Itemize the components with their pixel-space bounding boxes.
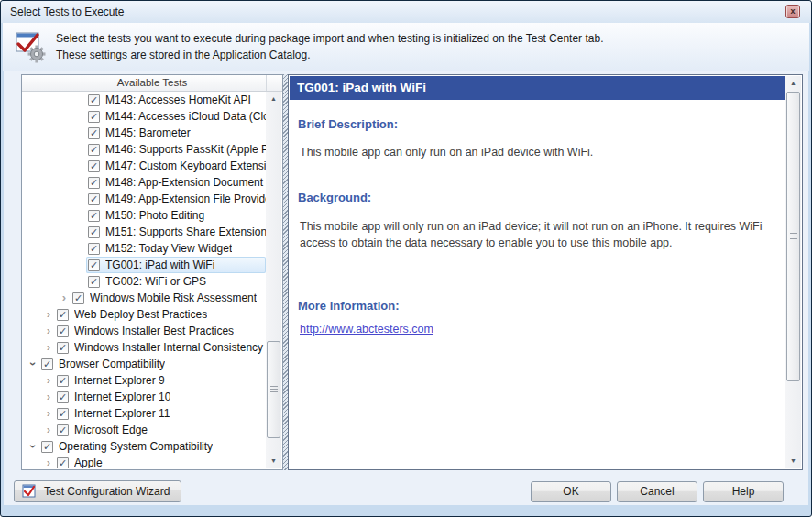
tree-item[interactable]: ✓M143: Accesses HomeKit API <box>23 92 266 108</box>
chevron-right-icon[interactable]: › <box>42 456 55 468</box>
detail-scrollbar-thumb[interactable] <box>786 92 800 381</box>
checkbox-checked-icon[interactable]: ✓ <box>88 177 100 189</box>
checkbox-checked-icon[interactable]: ✓ <box>88 226 100 238</box>
tree-item-content[interactable]: ✓M148: App-Extension Document ... <box>86 174 266 191</box>
tree-item-content[interactable]: ✓TG002: WiFi or GPS <box>86 273 266 290</box>
tree-scrollbar-thumb[interactable] <box>267 341 280 438</box>
tree-item[interactable]: ✓M147: Custom Keyboard Extension <box>23 158 266 174</box>
header-instruction-line2: These settings are stored in the Applica… <box>56 47 603 63</box>
chevron-right-icon[interactable]: › <box>42 341 55 354</box>
tree-item-content[interactable]: ✓Browser Compatibility <box>39 356 266 372</box>
tree-item[interactable]: ✓M145: Barometer <box>23 125 266 141</box>
tree-item[interactable]: ✓M149: App-Extension File Provider <box>23 191 266 207</box>
tree-item-content[interactable]: ✓Apple <box>55 455 266 468</box>
tree-item[interactable]: ›✓Windows Installer Internal Consistency… <box>23 339 266 356</box>
chevron-right-icon[interactable]: › <box>42 390 55 403</box>
title-bar[interactable]: Select Tests to Execute x <box>1 1 811 23</box>
chevron-down-icon[interactable]: › <box>27 440 39 453</box>
tree-item[interactable]: ✓M151: Supports Share Extension <box>23 224 266 240</box>
scroll-down-icon[interactable]: ▼ <box>785 454 801 468</box>
tree-item[interactable]: ›✓Internet Explorer 10 <box>23 389 266 405</box>
tree-item[interactable]: ›✓Internet Explorer 9 <box>23 372 266 389</box>
tree-item[interactable]: ›✓Internet Explorer 11 <box>23 405 266 422</box>
tree-item-content[interactable]: ✓Windows Mobile Risk Assessment <box>71 290 266 306</box>
tree-item[interactable]: ✓TG001: iPad with WiFi <box>23 257 266 273</box>
tree-vertical-scrollbar[interactable]: ▲ ▼ <box>266 92 281 468</box>
detail-vertical-scrollbar[interactable]: ▲ ▼ <box>785 76 801 468</box>
tree-item-content[interactable]: ✓M146: Supports PassKit (Apple P... <box>86 141 266 158</box>
tree-item-content[interactable]: ✓Internet Explorer 9 <box>55 372 266 389</box>
checkbox-checked-icon[interactable]: ✓ <box>88 111 100 123</box>
tree-item-content[interactable]: ✓M145: Barometer <box>86 125 266 141</box>
checkbox-checked-icon[interactable]: ✓ <box>88 94 100 106</box>
checkbox-checked-icon[interactable]: ✓ <box>88 276 100 288</box>
checkbox-checked-icon[interactable]: ✓ <box>57 342 69 354</box>
chevron-right-icon[interactable]: › <box>42 374 55 387</box>
chevron-right-icon[interactable]: › <box>42 324 55 337</box>
checkbox-checked-icon[interactable]: ✓ <box>57 325 69 337</box>
checkbox-checked-icon[interactable]: ✓ <box>57 408 69 420</box>
test-configuration-wizard-button[interactable]: Test Configuration Wizard <box>14 480 181 502</box>
checkbox-checked-icon[interactable]: ✓ <box>88 127 100 139</box>
checkbox-checked-icon[interactable]: ✓ <box>57 391 69 403</box>
scroll-up-icon[interactable]: ▲ <box>785 76 801 91</box>
tree-item[interactable]: ›✓Operating System Compatibility <box>23 438 266 455</box>
checkbox-checked-icon[interactable]: ✓ <box>72 292 84 304</box>
tree-item-label: M149: App-Extension File Provider <box>105 192 266 205</box>
tree-item-content[interactable]: ✓TG001: iPad with WiFi <box>86 257 266 273</box>
checkbox-checked-icon[interactable]: ✓ <box>41 441 53 453</box>
help-button[interactable]: Help <box>703 481 784 502</box>
chevron-right-icon[interactable]: › <box>58 292 71 304</box>
select-tests-dialog: Select Tests to Execute x Select the tes <box>0 0 812 517</box>
tree-item-content[interactable]: ✓Internet Explorer 10 <box>55 389 266 405</box>
tree-item-content[interactable]: ✓Windows Installer Internal Consistency … <box>55 339 266 356</box>
tree-item-content[interactable]: ✓M143: Accesses HomeKit API <box>86 92 266 108</box>
checkbox-checked-icon[interactable]: ✓ <box>57 375 69 387</box>
chevron-right-icon[interactable]: › <box>42 424 55 436</box>
chevron-right-icon[interactable]: › <box>42 308 55 321</box>
tree-item-content[interactable]: ✓Operating System Compatibility <box>39 438 266 455</box>
background-text: This mobile app will only run on an iPad… <box>300 218 784 251</box>
cancel-button[interactable]: Cancel <box>617 481 697 502</box>
tree-item[interactable]: ✓M148: App-Extension Document ... <box>23 174 266 191</box>
checkbox-checked-icon[interactable]: ✓ <box>88 243 100 255</box>
tree-item[interactable]: ›✓Apple <box>23 455 266 468</box>
tree-item-content[interactable]: ✓M151: Supports Share Extension <box>86 224 266 240</box>
tree-item-content[interactable]: ✓M152: Today View Widget <box>86 240 266 257</box>
checkbox-checked-icon[interactable]: ✓ <box>57 309 69 321</box>
tree-item[interactable]: ›✓Windows Installer Best Practices <box>23 323 266 339</box>
tree-item-content[interactable]: ✓M149: App-Extension File Provider <box>86 191 266 207</box>
tree-item[interactable]: ✓M150: Photo Editing <box>23 207 266 224</box>
tree-item-content[interactable]: ✓Web Deploy Best Practices <box>55 306 266 323</box>
tree-item[interactable]: ›✓Browser Compatibility <box>23 356 266 372</box>
scroll-down-icon[interactable]: ▼ <box>266 454 281 468</box>
tree-item[interactable]: ✓TG002: WiFi or GPS <box>23 273 266 290</box>
tree-item[interactable]: ✓M144: Accesses iCloud Data (Clo... <box>23 108 266 125</box>
chevron-right-icon[interactable]: › <box>42 407 55 420</box>
scroll-up-icon[interactable]: ▲ <box>266 92 281 106</box>
checkbox-checked-icon[interactable]: ✓ <box>88 210 100 222</box>
tree-item[interactable]: ✓M146: Supports PassKit (Apple P... <box>23 141 266 158</box>
close-icon[interactable]: x <box>785 5 800 18</box>
tree-item[interactable]: ›✓Web Deploy Best Practices <box>23 306 266 323</box>
tree-item-content[interactable]: ✓Microsoft Edge <box>55 422 266 438</box>
checkbox-checked-icon[interactable]: ✓ <box>57 457 69 469</box>
tree-item[interactable]: ›✓Microsoft Edge <box>23 422 266 438</box>
checkbox-checked-icon[interactable]: ✓ <box>88 259 100 271</box>
checkbox-checked-icon[interactable]: ✓ <box>88 144 100 156</box>
checkbox-checked-icon[interactable]: ✓ <box>41 358 53 370</box>
tree-item-content[interactable]: ✓Windows Installer Best Practices <box>55 323 266 339</box>
more-info-link[interactable]: http://www.abctesters.com <box>300 323 433 336</box>
tree-item-content[interactable]: ✓Internet Explorer 11 <box>55 405 266 422</box>
tree-item[interactable]: ›✓Windows Mobile Risk Assessment <box>23 290 266 306</box>
chevron-down-icon[interactable]: › <box>27 358 39 370</box>
tree-item-content[interactable]: ✓M144: Accesses iCloud Data (Clo... <box>86 108 266 125</box>
tree-column-header[interactable]: Available Tests <box>22 75 282 92</box>
ok-button[interactable]: OK <box>531 481 611 502</box>
tree-item[interactable]: ✓M152: Today View Widget <box>23 240 266 257</box>
checkbox-checked-icon[interactable]: ✓ <box>88 160 100 172</box>
tree-item-content[interactable]: ✓M147: Custom Keyboard Extension <box>86 158 266 174</box>
checkbox-checked-icon[interactable]: ✓ <box>88 193 100 205</box>
checkbox-checked-icon[interactable]: ✓ <box>57 424 69 436</box>
tree-item-content[interactable]: ✓M150: Photo Editing <box>86 207 266 224</box>
